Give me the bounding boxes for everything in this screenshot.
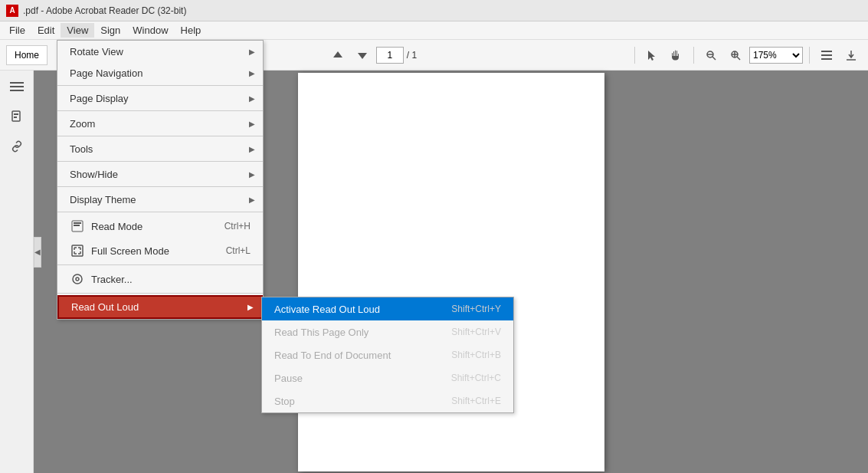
pause-shortcut: Shift+Ctrl+C — [451, 373, 501, 383]
download-button[interactable] — [840, 44, 862, 66]
menu-page-display[interactable]: Page Display — [57, 87, 263, 109]
zoom-in-button[interactable] — [725, 44, 746, 66]
svg-marker-6 — [358, 53, 367, 59]
show-hide-label: Show/Hide — [70, 169, 251, 180]
menu-file[interactable]: File — [3, 23, 31, 38]
nav-up-button[interactable] — [327, 44, 349, 66]
tracker-icon — [70, 271, 85, 287]
menu-window[interactable]: Window — [126, 23, 174, 38]
menu-sign[interactable]: Sign — [94, 23, 126, 38]
svg-rect-27 — [72, 245, 83, 256]
home-label: Home — [15, 50, 39, 61]
svg-rect-22 — [14, 113, 18, 115]
svg-line-9 — [712, 57, 716, 60]
menu-show-hide[interactable]: Show/Hide — [57, 163, 263, 185]
page-input[interactable] — [376, 47, 404, 64]
zoom-label: Zoom — [70, 118, 251, 130]
read-page-only-shortcut: Shift+Ctrl+V — [451, 327, 501, 337]
title-text: .pdf - Adobe Acrobat Reader DC (32-bit) — [23, 5, 186, 16]
submenu-read-to-end[interactable]: Read To End of Document Shift+Ctrl+B — [262, 343, 513, 366]
title-bar: A .pdf - Adobe Acrobat Reader DC (32-bit… — [0, 0, 868, 21]
divider-8 — [57, 293, 263, 294]
full-screen-icon — [70, 243, 85, 258]
nav-controls: / 1 — [327, 44, 417, 66]
full-screen-label: Full Screen Mode — [91, 245, 214, 257]
separator-2 — [634, 47, 635, 64]
rotate-view-label: Rotate View — [70, 46, 251, 57]
tools-label: Tools — [70, 143, 251, 155]
svg-rect-16 — [821, 58, 832, 60]
nav-down-button[interactable] — [352, 44, 373, 66]
page-navigation-label: Page Navigation — [70, 67, 251, 79]
sidebar-menu-button[interactable] — [5, 77, 28, 100]
menu-zoom[interactable]: Zoom — [57, 113, 263, 134]
menu-edit[interactable]: Edit — [31, 23, 61, 38]
read-to-end-shortcut: Shift+Ctrl+B — [451, 350, 501, 360]
svg-rect-23 — [14, 117, 17, 118]
read-mode-shortcut: Ctrl+H — [224, 221, 251, 232]
submenu-activate-read-out-loud[interactable]: Activate Read Out Loud Shift+Ctrl+Y — [262, 297, 513, 320]
menu-help[interactable]: Help — [175, 23, 208, 38]
menu-display-theme[interactable]: Display Theme — [57, 189, 263, 210]
zoom-select[interactable]: 175% 150% 125% 100% — [749, 47, 803, 64]
svg-rect-21 — [12, 111, 20, 121]
app-icon: A — [6, 5, 18, 17]
svg-rect-25 — [74, 222, 81, 224]
svg-rect-26 — [74, 225, 80, 226]
svg-point-28 — [73, 274, 82, 284]
divider-7 — [57, 264, 263, 265]
svg-rect-19 — [10, 86, 24, 87]
menu-tracker[interactable]: Tracker... — [57, 267, 263, 291]
view-dropdown-menu: Rotate View Page Navigation Page Display… — [57, 40, 264, 320]
tracker-label: Tracker... — [91, 274, 251, 285]
submenu-read-page-only[interactable]: Read This Page Only Shift+Ctrl+V — [262, 320, 513, 343]
separator-4 — [809, 47, 810, 64]
activate-read-out-loud-shortcut: Shift+Ctrl+Y — [451, 304, 501, 314]
divider-1 — [57, 85, 263, 86]
divider-6 — [57, 212, 263, 212]
sidebar — [0, 71, 34, 473]
menu-view[interactable]: View — [61, 23, 94, 38]
svg-marker-5 — [333, 51, 342, 57]
pause-label: Pause — [274, 373, 303, 384]
menu-rotate-view[interactable]: Rotate View — [57, 41, 263, 62]
page-display-label: Page Display — [70, 93, 251, 104]
menu-tools[interactable]: Tools — [57, 138, 263, 159]
read-mode-icon — [70, 218, 85, 234]
stop-label: Stop — [274, 396, 295, 407]
cursor-tool-button[interactable] — [641, 44, 663, 66]
total-pages: / 1 — [407, 50, 417, 61]
hand-tool-button[interactable] — [666, 44, 687, 66]
menu-bar: File Edit View Sign Window Help — [0, 21, 868, 40]
read-mode-label: Read Mode — [91, 221, 212, 232]
activate-read-out-loud-label: Activate Read Out Loud — [274, 304, 380, 315]
svg-line-13 — [737, 57, 740, 60]
menu-read-mode[interactable]: Read Mode Ctrl+H — [57, 214, 263, 238]
menu-full-screen[interactable]: Full Screen Mode Ctrl+L — [57, 238, 263, 263]
home-tab[interactable]: Home — [6, 45, 47, 65]
zoom-out-button[interactable] — [700, 44, 722, 66]
submenu-stop[interactable]: Stop Shift+Ctrl+E — [262, 389, 513, 412]
svg-point-29 — [76, 278, 79, 281]
read-to-end-label: Read To End of Document — [274, 350, 391, 361]
view-options-button[interactable] — [816, 44, 837, 66]
separator-3 — [693, 47, 694, 64]
collapse-handle[interactable]: ◀ — [34, 237, 41, 268]
read-out-loud-submenu: Activate Read Out Loud Shift+Ctrl+Y Read… — [261, 297, 514, 413]
divider-4 — [57, 161, 263, 162]
read-page-only-label: Read This Page Only — [274, 327, 368, 338]
svg-rect-18 — [10, 82, 24, 84]
menu-page-navigation[interactable]: Page Navigation — [57, 62, 263, 84]
svg-rect-20 — [10, 90, 24, 91]
full-screen-shortcut: Ctrl+L — [226, 245, 251, 256]
svg-rect-15 — [821, 54, 832, 56]
sidebar-pages-button[interactable] — [5, 106, 28, 129]
submenu-pause[interactable]: Pause Shift+Ctrl+C — [262, 366, 513, 389]
sidebar-links-button[interactable] — [5, 135, 28, 158]
menu-read-out-loud[interactable]: Read Out Loud Activate Read Out Loud Shi… — [57, 295, 263, 319]
divider-2 — [57, 110, 263, 111]
stop-shortcut: Shift+Ctrl+E — [451, 396, 501, 406]
divider-3 — [57, 136, 263, 136]
display-theme-label: Display Theme — [70, 194, 251, 205]
read-out-loud-label: Read Out Loud — [71, 301, 249, 313]
